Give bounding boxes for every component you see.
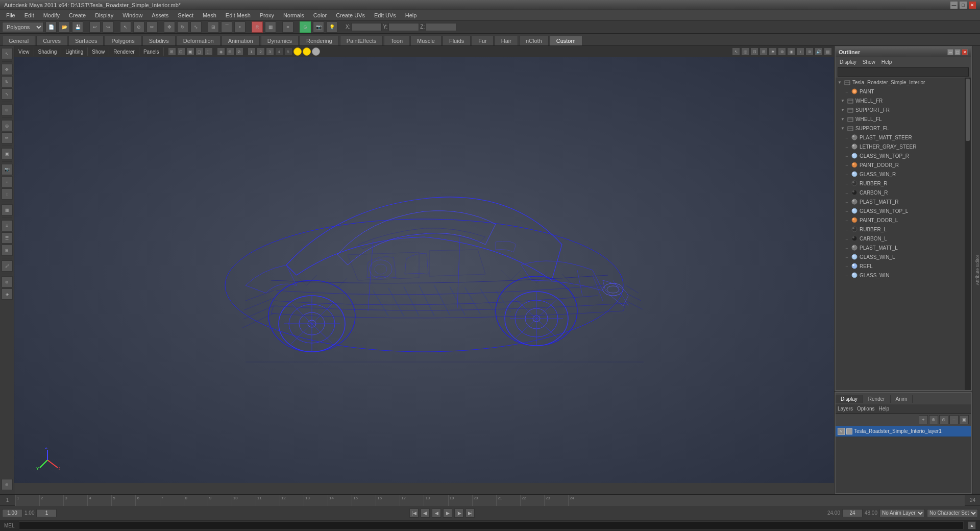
tab-toon[interactable]: Toon [384,36,409,45]
layer-tab-display[interactable]: Display [836,395,863,403]
tab-curves[interactable]: Curves [36,36,67,45]
tree-item-whell-fl[interactable]: ▼ WHELL_FL [836,114,965,124]
menu-modify[interactable]: Modify [39,11,64,19]
timeline-ruler[interactable]: 123456789101112131415161718192021222324 [15,495,965,506]
paint-select-button[interactable]: ✏ [146,21,158,33]
tab-surfaces[interactable]: Surfaces [68,36,104,45]
layer-layers-option[interactable]: Layers [838,406,853,412]
viewport-lighting-menu[interactable]: Lighting [63,49,85,55]
tab-fur[interactable]: Fur [472,36,494,45]
layer-expand-btn[interactable]: ▣ [960,415,969,424]
tree-item-plast-matt-r[interactable]: – PLAST_MATT_R [836,197,965,206]
snap-point-button[interactable]: • [234,21,246,33]
vp-icon-3[interactable]: ▣ [186,47,194,56]
tab-fluids[interactable]: Fluids [443,36,471,45]
viewport-show-menu[interactable]: Show [90,49,107,55]
tab-polygons[interactable]: Polygons [105,36,141,45]
tab-animation[interactable]: Animation [222,36,260,45]
scale-tool-button[interactable]: ⤡ [190,21,202,33]
scale-tool[interactable]: ⤡ [2,88,13,100]
vp-icon-2[interactable]: ⊡ [177,47,185,56]
vp-quality-1[interactable]: 1 [248,47,256,56]
status-expand-btn[interactable]: ▲ [968,521,976,529]
layer-create-selected-btn[interactable]: ⊕ [929,415,938,424]
tab-subdivs[interactable]: Subdivs [142,36,176,45]
axis-display-tool[interactable]: ⊛ [2,276,13,287]
mode-selector[interactable]: Polygons Surfaces Dynamics Rendering nCl… [2,22,43,32]
skip-back-button[interactable]: |◀ [409,509,419,518]
viewport-renderer-menu[interactable]: Renderer [111,49,137,55]
outliner-display-menu[interactable]: Display [838,59,859,65]
layer-row-tesla[interactable]: V Tesla_Roadster_Simple_Interio_layer1 [836,426,971,437]
tree-item-glass-win-top-l[interactable]: – GLASS_WIN_TOP_L [836,206,965,215]
anim-layer-select[interactable]: No Anim Layer [879,509,925,517]
menu-proxy[interactable]: Proxy [256,11,278,19]
tab-painteffects[interactable]: PaintEffects [340,36,383,45]
range-end-field[interactable] [842,509,863,517]
menu-color[interactable]: Color [309,11,331,19]
layer-options-option[interactable]: Options [857,406,874,412]
outliner-minimize-btn[interactable]: ─ [947,49,953,55]
undo-button[interactable]: ↩ [89,21,101,33]
menu-assets[interactable]: Assets [148,11,173,19]
lasso-select-button[interactable]: ⊙ [133,21,144,33]
vp-icon-right-2[interactable]: ◎ [741,47,749,56]
tree-item-glass-win-r[interactable]: – GLASS_WIN_R [836,170,965,179]
outliner-show-menu[interactable]: Show [861,59,877,65]
tree-item-rubber-r[interactable]: – RUBBER_R [836,179,965,188]
expand-support-fl-icon[interactable]: ▼ [840,125,846,131]
show-cameras-button[interactable]: 📷 [313,21,324,33]
menu-create-uvs[interactable]: Create UVs [332,11,369,19]
y-coord-input[interactable] [388,23,419,31]
expand-support-fr-icon[interactable]: ▼ [840,107,846,113]
vp-icon-right-10[interactable]: 🔊 [815,47,823,56]
tree-item-paint-door-r[interactable]: – PAINT_DOOR_R [836,160,965,170]
menu-help[interactable]: Help [401,11,421,19]
menu-display[interactable]: Display [91,11,117,19]
redo-button[interactable]: ↪ [103,21,114,33]
paint-select-tool[interactable]: ✏ [2,132,13,143]
viewport-panels-menu[interactable]: Panels [141,49,161,55]
character-set-select[interactable]: No Character Set [927,509,978,517]
menu-select[interactable]: Select [174,11,198,19]
tree-item-glass-win-top-r[interactable]: – GLASS_WIN_TOP_R [836,151,965,160]
render-button[interactable]: R [252,21,263,33]
menu-mesh[interactable]: Mesh [199,11,220,19]
tree-item-lether-gray-steer[interactable]: – LETHER_GRAY_STEER [836,142,965,151]
layer-tab-render[interactable]: Render [863,395,891,403]
vp-icon-5[interactable]: ⬚ [205,47,213,56]
tab-muscle[interactable]: Muscle [410,36,442,45]
menu-edit[interactable]: Edit [20,11,38,19]
new-scene-button[interactable]: 📄 [45,21,57,33]
vp-icon-right-8[interactable]: ↕ [796,47,804,56]
vp-quality-3[interactable]: 3 [266,47,274,56]
tree-item-support-fl[interactable]: ▼ SUPPORT_FL [836,124,965,133]
tree-item-refl[interactable]: – REFL [836,261,965,271]
show-lights-button[interactable]: 💡 [326,21,337,33]
display-layer-tool[interactable]: ≡ [2,220,13,231]
menu-normals[interactable]: Normals [279,11,308,19]
vp-icon-right-5[interactable]: ✱ [769,47,777,56]
vp-icon-right-7[interactable]: ◉ [787,47,795,56]
snap-grid-button[interactable]: ⊞ [208,21,219,33]
attribute-editor-label[interactable]: Attribute Editor [975,253,980,287]
minimize-button[interactable]: — [950,2,958,9]
soft-select-tool[interactable]: ◎ [2,120,13,131]
show-manip-tool[interactable]: ▣ [2,148,13,159]
vp-icon-6[interactable]: ◈ [217,47,225,56]
mel-input[interactable] [19,521,964,529]
outliner-close-btn[interactable]: ✕ [962,49,968,55]
menu-window[interactable]: Window [118,11,146,19]
vp-icon-right-11[interactable]: ▤ [824,47,832,56]
vp-icon-right-4[interactable]: ⊞ [760,47,768,56]
tab-deformation[interactable]: Deformation [177,36,220,45]
vp-light-2[interactable] [303,47,311,56]
rotate-tool[interactable]: ↻ [2,76,13,87]
vp-icon-8[interactable]: ⊘ [235,47,243,56]
camera-tumble-tool[interactable]: 📷 [2,164,13,175]
tree-item-whell-fr[interactable]: ▼ WHELL_FR [836,96,965,105]
rotate-tool-button[interactable]: ↻ [177,21,188,33]
tab-dynamics[interactable]: Dynamics [261,36,299,45]
tree-item-paint[interactable]: – PAINT [836,87,965,96]
range-start-field[interactable] [36,509,57,517]
